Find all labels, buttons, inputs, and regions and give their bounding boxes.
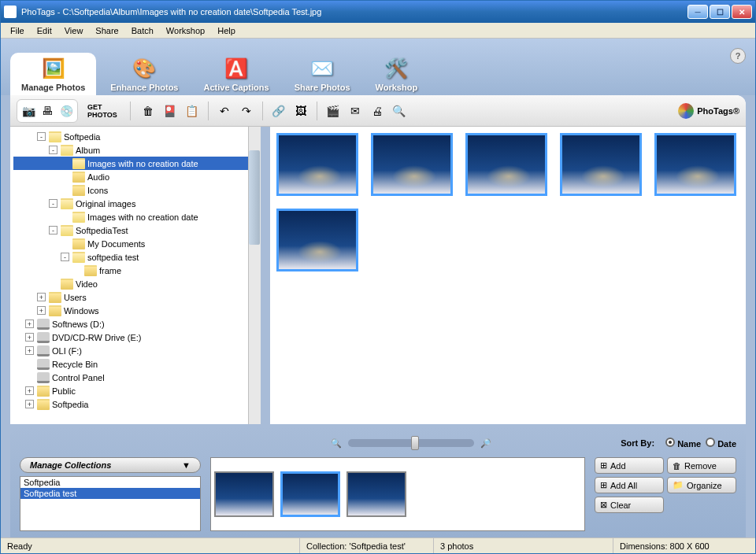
toolbar-btn-2[interactable]: 📋 [183, 102, 202, 120]
strip-thumbnail[interactable] [346, 471, 406, 517]
toolbar-btn-5[interactable]: 🔗 [269, 102, 288, 120]
collections-list[interactable]: SoftpediaSoftpedia test [20, 476, 201, 531]
tree-item[interactable]: -Original images [13, 197, 258, 210]
tree-toggle[interactable]: - [49, 146, 57, 154]
status-dimensions: Dimensions: 800 X 600 [613, 538, 755, 553]
tree-item[interactable]: Images with no creation date [13, 157, 258, 170]
toolbar-btn-10[interactable]: 🔍 [390, 102, 409, 120]
collection-item[interactable]: Softpedia [20, 477, 200, 488]
tree-item[interactable]: -Album [13, 143, 258, 157]
tree-toggle[interactable]: + [25, 346, 34, 355]
strip-thumbnail[interactable] [280, 471, 340, 517]
strip-thumbnail[interactable] [214, 471, 274, 517]
tree-toggle[interactable]: - [37, 132, 46, 141]
drive-icon [37, 332, 50, 343]
tree-item[interactable]: Control Panel [13, 371, 258, 384]
source-btn-2[interactable]: 💿 [57, 102, 76, 120]
tree-item[interactable]: +Users [13, 290, 258, 304]
sort-option-date[interactable]: Date [706, 439, 736, 449]
tree-scrollbar[interactable] [248, 127, 261, 424]
tree-item[interactable]: -Softpedia [13, 130, 258, 143]
folder-tree[interactable]: -Softpedia-AlbumImages with no creation … [10, 127, 270, 424]
menu-view[interactable]: View [58, 24, 90, 37]
tree-toggle[interactable]: + [37, 306, 46, 315]
sort-option-name[interactable]: Name [665, 439, 701, 449]
thumbnail[interactable] [560, 133, 642, 196]
statusbar: Ready Collection: 'Softpedia test' 3 pho… [1, 537, 755, 553]
tree-item[interactable]: +OLI (F:) [13, 344, 258, 357]
tab-share-photos[interactable]: ✉️Share Photos [284, 53, 361, 95]
help-button[interactable]: ? [730, 48, 746, 64]
source-btn-0[interactable]: 📷 [19, 102, 38, 120]
toolbar-btn-6[interactable]: 🖼 [291, 102, 310, 120]
tree-toggle[interactable]: - [49, 226, 57, 235]
menubar: FileEditViewShareBatchWorkshopHelp [1, 23, 755, 39]
thumbnail[interactable] [276, 133, 358, 196]
folder-icon [72, 185, 85, 196]
zoom-out-icon[interactable]: 🔍 [331, 438, 342, 449]
menu-batch[interactable]: Batch [125, 24, 160, 37]
menu-share[interactable]: Share [89, 24, 124, 37]
tree-toggle[interactable]: + [25, 400, 34, 408]
add-all-button[interactable]: ⊞Add All [595, 477, 664, 493]
thumbnail[interactable] [276, 209, 358, 271]
menu-edit[interactable]: Edit [31, 24, 58, 37]
remove-button[interactable]: 🗑Remove [667, 457, 736, 474]
folder-icon [49, 292, 61, 303]
zoom-in-icon[interactable]: 🔎 [480, 438, 491, 449]
tree-toggle[interactable]: + [25, 386, 34, 395]
zoom-slider[interactable] [348, 439, 474, 447]
tree-toggle[interactable]: + [25, 319, 34, 328]
tree-item[interactable]: Video [13, 277, 258, 290]
toolbar-btn-7[interactable]: 🎬 [324, 102, 343, 120]
menu-help[interactable]: Help [211, 24, 242, 37]
collection-item[interactable]: Softpedia test [20, 488, 200, 499]
tab-active-captions[interactable]: 🅰️Active Captions [192, 53, 280, 95]
add-button[interactable]: ⊞Add [595, 457, 664, 474]
toolbar-btn-4[interactable]: ↷ [237, 102, 256, 120]
tree-item[interactable]: Audio [13, 170, 258, 183]
tree-toggle[interactable]: - [61, 253, 69, 261]
toolbar-btn-0[interactable]: 🗑 [139, 102, 158, 120]
tree-toggle[interactable]: + [25, 333, 34, 342]
thumbnail[interactable] [465, 133, 547, 196]
btn-icon: ⊠ [600, 500, 607, 510]
menu-workshop[interactable]: Workshop [160, 24, 211, 37]
folder-icon [72, 172, 85, 183]
close-button[interactable]: ✕ [732, 5, 752, 19]
source-btn-1[interactable]: 🖶 [38, 102, 57, 120]
tree-item[interactable]: +Windows [13, 304, 258, 317]
tree-item[interactable]: -SoftpediaTest [13, 223, 258, 237]
manage-collections-dropdown[interactable]: Manage Collections▼ [20, 457, 201, 473]
tab-enhance-photos[interactable]: 🎨Enhance Photos [99, 53, 189, 95]
get-photos-button[interactable]: GET PHOTOS [83, 103, 122, 119]
toolbar-btn-9[interactable]: 🖨 [368, 102, 387, 120]
tree-item[interactable]: Icons [13, 183, 258, 197]
btn-icon: 🗑 [673, 461, 681, 471]
tree-item[interactable]: +Softnews (D:) [13, 317, 258, 331]
toolbar-btn-8[interactable]: ✉ [346, 102, 365, 120]
tree-toggle[interactable]: + [37, 293, 46, 301]
tree-item[interactable]: frame [13, 264, 258, 277]
maximize-button[interactable]: ☐ [710, 5, 730, 19]
tab-workshop[interactable]: 🛠️Workshop [365, 53, 429, 95]
tree-item[interactable]: Recycle Bin [13, 357, 258, 371]
tree-label: DVD/CD-RW Drive (E:) [52, 333, 141, 342]
clear-button[interactable]: ⊠Clear [595, 497, 664, 513]
thumbnail[interactable] [654, 133, 736, 196]
tree-item[interactable]: +DVD/CD-RW Drive (E:) [13, 331, 258, 344]
thumbnail[interactable] [371, 133, 453, 196]
toolbar-btn-3[interactable]: ↶ [215, 102, 234, 120]
organize-button[interactable]: 📁Organize [667, 477, 736, 493]
tab-manage-photos[interactable]: 🖼️Manage Photos [10, 53, 96, 95]
tree-toggle[interactable]: - [49, 199, 57, 208]
btn-icon: ⊞ [600, 480, 607, 490]
menu-file[interactable]: File [4, 24, 31, 37]
tree-item[interactable]: +Softpedia [13, 397, 258, 411]
minimize-button[interactable]: ─ [687, 5, 708, 19]
tree-item[interactable]: -softpedia test [13, 250, 258, 264]
tree-item[interactable]: +Public [13, 384, 258, 397]
toolbar-btn-1[interactable]: 🎴 [161, 102, 180, 120]
tree-item[interactable]: Images with no creation date [13, 210, 258, 223]
tree-item[interactable]: My Documents [13, 237, 258, 250]
